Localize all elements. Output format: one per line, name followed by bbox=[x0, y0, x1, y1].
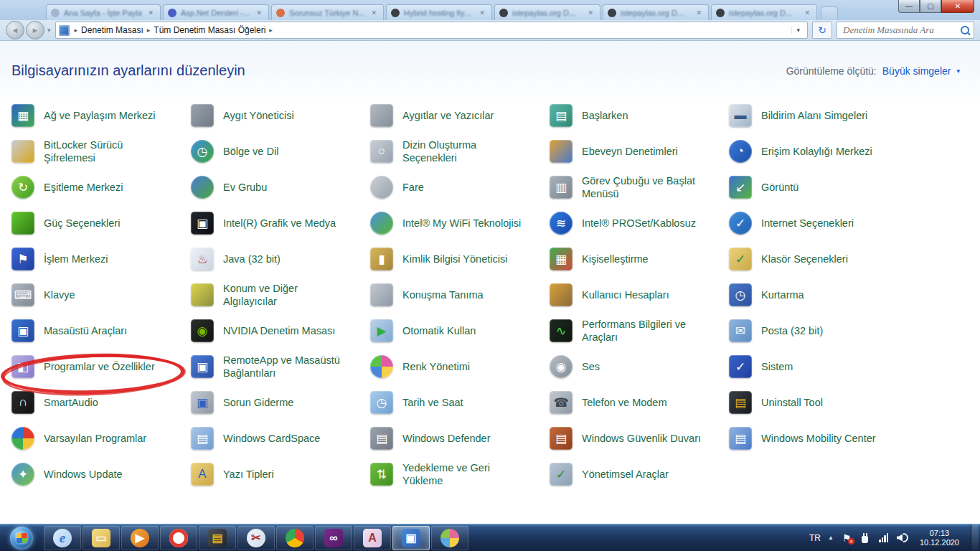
search-input[interactable] bbox=[842, 24, 961, 37]
taskbar-windows-media-player[interactable]: ▶ bbox=[121, 526, 159, 550]
taskbar-control-panel[interactable]: ▣ bbox=[392, 526, 430, 550]
volume-icon[interactable] bbox=[897, 532, 908, 544]
tab-close-icon[interactable]: ✕ bbox=[254, 9, 264, 17]
item-windows-mobility-center[interactable]: ▤Windows Mobility Center bbox=[729, 420, 973, 456]
item-default-programs[interactable]: Varsayılan Programlar bbox=[11, 420, 191, 456]
item-folder-options[interactable]: ✓Klasör Seçenekleri bbox=[729, 241, 973, 277]
tab-close-icon[interactable]: ✕ bbox=[146, 9, 156, 17]
tab-6[interactable]: istepaylas.org D...✕ bbox=[603, 4, 709, 20]
item-action-center[interactable]: ⚑İşlem Merkezi bbox=[11, 241, 191, 277]
tab-close-icon[interactable]: ✕ bbox=[694, 9, 705, 17]
taskbar-paint[interactable] bbox=[431, 526, 468, 550]
item-device-manager[interactable]: Aygıt Yöneticisi bbox=[191, 98, 370, 133]
item-getting-started[interactable]: ▤Başlarken bbox=[550, 98, 729, 133]
taskbar-library-uninstaller[interactable]: ▤ bbox=[199, 526, 236, 550]
network-icon[interactable] bbox=[878, 532, 890, 544]
search-box[interactable] bbox=[837, 22, 974, 39]
item-system[interactable]: ✓Sistem bbox=[729, 349, 973, 385]
address-bar[interactable]: ▸Denetim Masası▸Tüm Denetim Masası Öğele… bbox=[55, 22, 808, 39]
tab-close-icon[interactable]: ✕ bbox=[478, 9, 488, 17]
forward-button[interactable]: ► bbox=[26, 21, 44, 39]
tab-close-icon[interactable]: ✕ bbox=[586, 9, 596, 17]
show-desktop-button[interactable] bbox=[971, 524, 979, 551]
item-internet-options[interactable]: ✓Internet Seçenekleri bbox=[729, 205, 973, 241]
item-ease-of-access-center[interactable]: ◔Erişim Kolaylığı Merkezi bbox=[729, 133, 973, 169]
taskbar-visual-studio[interactable]: ∞ bbox=[315, 526, 352, 550]
item-intel-graphics-media[interactable]: ▣Intel(R) Grafik ve Medya bbox=[191, 205, 370, 241]
item-sync-center[interactable]: ↻Eşitleme Merkezi bbox=[11, 169, 191, 205]
tab-5[interactable]: istepaylas.org D...✕ bbox=[494, 4, 600, 20]
item-mouse[interactable]: Fare bbox=[370, 169, 550, 205]
item-date-and-time[interactable]: ◷Tarih ve Saat bbox=[370, 385, 550, 420]
item-keyboard[interactable]: ⌨Klavye bbox=[11, 277, 191, 313]
recent-pages-dropdown[interactable]: ▾ bbox=[47, 27, 51, 34]
item-display[interactable]: ↙Görüntü bbox=[729, 169, 973, 205]
item-credential-manager[interactable]: ▮Kimlik Bilgisi Yöneticisi bbox=[370, 241, 550, 277]
taskbar-opera[interactable] bbox=[160, 526, 197, 550]
item-notification-area-icons[interactable]: ▬Bildirim Alanı Simgeleri bbox=[729, 98, 973, 133]
item-network-sharing-center[interactable]: ▦Ağ ve Paylaşım Merkezi bbox=[11, 98, 191, 133]
language-indicator[interactable]: TR bbox=[809, 533, 821, 543]
item-sound[interactable]: ◉Ses bbox=[550, 349, 729, 385]
view-by-caret-icon[interactable]: ▾ bbox=[956, 67, 960, 75]
item-troubleshooting[interactable]: ▣Sorun Giderme bbox=[191, 385, 370, 420]
item-speech-recognition[interactable]: Konuşma Tanıma bbox=[370, 277, 550, 313]
item-programs-and-features[interactable]: ◧Programlar ve Özellikler bbox=[11, 349, 191, 385]
item-parental-controls[interactable]: Ebeveyn Denetimleri bbox=[550, 133, 729, 169]
new-tab-button[interactable] bbox=[821, 6, 838, 20]
item-windows-update[interactable]: ✦Windows Update bbox=[11, 456, 191, 492]
item-phone-and-modem[interactable]: ☎Telefon ve Modem bbox=[550, 385, 729, 420]
refresh-button[interactable]: ↻ bbox=[812, 22, 832, 39]
item-personalization[interactable]: ▦Kişiselleştirme bbox=[550, 241, 729, 277]
item-performance-information-tools[interactable]: ∿Performans Bilgileri ve Araçları bbox=[550, 313, 729, 349]
back-button[interactable]: ◄ bbox=[6, 21, 24, 39]
taskbar-internet-explorer[interactable]: e bbox=[44, 526, 81, 550]
maximize-button[interactable]: ▢ bbox=[920, 0, 941, 13]
item-intel-proset-wireless[interactable]: ≋Intel® PROSet/Kablosuz bbox=[550, 205, 729, 241]
show-hidden-icons-button[interactable]: ▲ bbox=[828, 534, 834, 541]
power-icon[interactable] bbox=[859, 532, 871, 544]
taskbar-access[interactable]: A bbox=[354, 526, 391, 550]
clock[interactable]: 07:13 10.12.2020 bbox=[915, 529, 963, 547]
start-button[interactable] bbox=[1, 526, 42, 550]
item-smartaudio[interactable]: ∩SmartAudio bbox=[11, 385, 191, 420]
item-mail[interactable]: ✉Posta (32 bit) bbox=[729, 313, 973, 349]
item-windows-firewall[interactable]: ▤Windows Güvenlik Duvarı bbox=[550, 420, 729, 456]
item-power-options[interactable]: Güç Seçenekleri bbox=[11, 205, 191, 241]
item-java[interactable]: ♨Java (32 bit) bbox=[191, 241, 370, 277]
minimize-button[interactable]: — bbox=[898, 0, 920, 13]
tab-close-icon[interactable]: ✕ bbox=[803, 9, 813, 17]
close-button[interactable]: ✕ bbox=[941, 0, 974, 13]
item-indexing-options[interactable]: ○Dizin Oluşturma Seçenekleri bbox=[370, 133, 550, 169]
taskbar-windows-explorer[interactable]: ▭ bbox=[83, 526, 120, 550]
item-windows-cardspace[interactable]: ▤Windows CardSpace bbox=[191, 420, 370, 456]
item-remoteapp-desktop-connections[interactable]: ▣RemoteApp ve Masaüstü Bağlantıları bbox=[191, 349, 370, 385]
action-center-icon[interactable]: ⚑ ✕ bbox=[841, 532, 852, 544]
view-by-link[interactable]: Büyük simgeler bbox=[882, 65, 951, 77]
item-backup-and-restore[interactable]: ⇅Yedekleme ve Geri Yükleme bbox=[370, 456, 550, 492]
tab-close-icon[interactable]: ✕ bbox=[369, 9, 380, 17]
item-devices-and-printers[interactable]: Aygıtlar ve Yazıcılar bbox=[370, 98, 550, 133]
item-bitlocker-drive-encryption[interactable]: BitLocker Sürücü Şifrelemesi bbox=[11, 133, 191, 169]
item-administrative-tools[interactable]: ✓Yönetimsel Araçlar bbox=[550, 456, 729, 492]
tab-2[interactable]: Asp.Net Dersleri -...✕ bbox=[163, 4, 269, 20]
item-taskbar-and-start-menu[interactable]: ▥Görev Çubuğu ve Başlat Menüsü bbox=[550, 169, 729, 205]
item-user-accounts[interactable]: Kullanıcı Hesapları bbox=[550, 277, 729, 313]
item-recovery[interactable]: ◷Kurtarma bbox=[729, 277, 973, 313]
taskbar-chrome[interactable] bbox=[276, 526, 314, 550]
tab-4[interactable]: Hybrid hosting fiy...✕ bbox=[386, 4, 492, 20]
item-uninstall-tool[interactable]: ▤Uninstall Tool bbox=[729, 385, 973, 420]
item-region-and-language[interactable]: ◷Bölge ve Dil bbox=[191, 133, 370, 169]
breadcrumb-item[interactable]: Tüm Denetim Masası Öğeleri bbox=[152, 25, 267, 35]
item-windows-defender[interactable]: ▤Windows Defender bbox=[370, 420, 550, 456]
item-intel-my-wifi[interactable]: Intel® My WiFi Teknolojisi bbox=[370, 205, 550, 241]
taskbar-snipping-tool[interactable]: ✂ bbox=[237, 526, 275, 550]
item-homegroup[interactable]: Ev Grubu bbox=[191, 169, 370, 205]
item-autoplay[interactable]: ▶Otomatik Kullan bbox=[370, 313, 550, 349]
tab-7[interactable]: istepaylas.org D...✕ bbox=[711, 4, 817, 20]
item-location-and-sensors[interactable]: Konum ve Diğer Algılayıcılar bbox=[191, 277, 370, 313]
address-dropdown-icon[interactable]: ▾ bbox=[791, 27, 804, 34]
breadcrumb-item[interactable]: Denetim Masası bbox=[80, 25, 145, 35]
item-desktop-gadgets[interactable]: ▣Masaüstü Araçları bbox=[11, 313, 191, 349]
item-color-management[interactable]: Renk Yönetimi bbox=[370, 349, 550, 385]
